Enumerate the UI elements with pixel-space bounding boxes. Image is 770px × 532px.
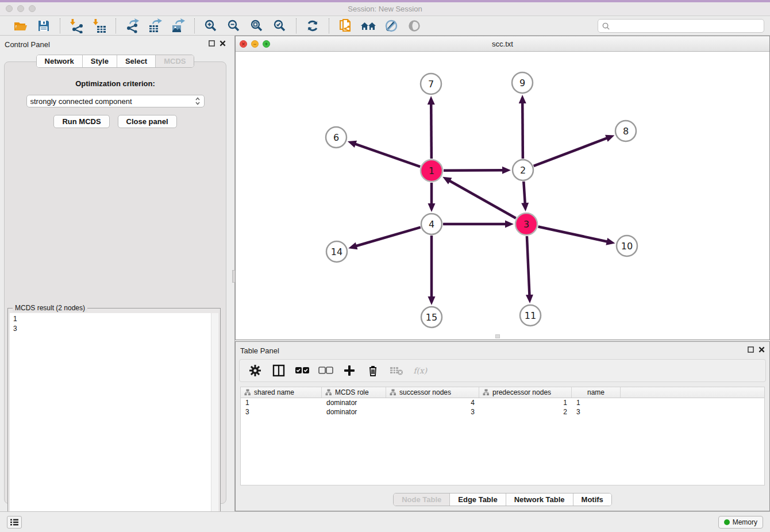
search-input[interactable] xyxy=(613,22,764,30)
svg-text:3: 3 xyxy=(523,219,529,230)
table-cell[interactable]: 3 xyxy=(572,407,621,417)
close-panel-button[interactable]: Close panel xyxy=(118,115,177,128)
table-cell[interactable]: 3 xyxy=(241,407,322,417)
svg-text:14: 14 xyxy=(331,246,342,257)
export-table-icon[interactable] xyxy=(147,18,163,33)
main-toolbar xyxy=(0,16,770,36)
add-column-icon[interactable] xyxy=(342,363,357,378)
control-panel: Control Panel Network Style Select MCDS xyxy=(0,36,230,511)
export-image-icon[interactable] xyxy=(170,18,186,33)
deselect-all-columns-icon[interactable] xyxy=(318,363,333,378)
float-table-panel-icon[interactable] xyxy=(748,346,754,353)
application-window: Session: New Session xyxy=(0,0,770,532)
network-canvas-svg: 7968124314101511 xyxy=(236,52,769,340)
tab-network[interactable]: Network xyxy=(37,55,83,67)
svg-text:1: 1 xyxy=(429,165,434,176)
network-window-titlebar[interactable]: ✕ − + scc.txt xyxy=(236,36,769,52)
column-header-successor-nodes[interactable]: successor nodes xyxy=(386,387,479,398)
run-mcds-button[interactable]: Run MCDS xyxy=(53,115,109,128)
mcds-result-text[interactable]: 1 3 xyxy=(10,313,218,525)
svg-text:4: 4 xyxy=(429,219,434,230)
show-hide-icon[interactable] xyxy=(406,18,422,33)
network-canvas[interactable]: 7968124314101511 xyxy=(236,52,769,340)
float-panel-icon[interactable] xyxy=(209,40,215,47)
table-cell[interactable]: 1 xyxy=(479,398,572,407)
first-neighbors-icon[interactable] xyxy=(360,18,376,33)
table-panel-title: Table Panel xyxy=(240,346,279,355)
search-box[interactable] xyxy=(598,19,764,33)
split-columns-icon[interactable] xyxy=(271,363,286,378)
zoom-fit-icon[interactable] xyxy=(249,18,265,33)
table-panel: Table Panel xyxy=(235,341,770,511)
column-namespace-icon xyxy=(244,389,251,396)
tab-motifs[interactable]: Motifs xyxy=(573,494,611,506)
column-header-predecessor-nodes[interactable]: predecessor nodes xyxy=(479,387,572,398)
criterion-selected-value: strongly connected component xyxy=(30,97,195,106)
tab-node-table[interactable]: Node Table xyxy=(394,494,450,506)
canvas-resize-grip[interactable] xyxy=(495,334,500,338)
table-cell[interactable]: 4 xyxy=(386,398,479,407)
status-bar: Memory xyxy=(0,511,770,532)
function-builder-icon[interactable]: f(x) xyxy=(413,363,428,378)
window-accent-strip xyxy=(0,0,770,2)
table-cell[interactable]: 2 xyxy=(479,407,572,417)
network-window-title: scc.txt xyxy=(236,40,769,48)
zoom-selected-icon[interactable] xyxy=(272,18,288,33)
tab-edge-table[interactable]: Edge Table xyxy=(450,494,506,506)
mcds-result-title: MCDS result (2 nodes) xyxy=(13,304,87,312)
column-header-MCDS-role[interactable]: MCDS role xyxy=(322,387,386,398)
list-icon xyxy=(10,518,19,526)
import-table-icon[interactable] xyxy=(91,18,107,33)
export-network-icon[interactable] xyxy=(124,18,140,33)
close-panel-icon[interactable] xyxy=(220,40,226,47)
mcds-tab-panel: Optimization criterion: strongly connect… xyxy=(4,61,226,504)
column-header-shared-name[interactable]: shared name xyxy=(241,387,322,398)
gear-icon[interactable] xyxy=(248,363,263,378)
clone-network-icon[interactable] xyxy=(337,18,353,33)
svg-text:6: 6 xyxy=(333,132,339,143)
table-row[interactable]: 3dominator323 xyxy=(241,407,764,417)
memory-label: Memory xyxy=(733,518,757,526)
search-icon xyxy=(602,22,610,30)
control-panel-title: Control Panel xyxy=(5,40,50,49)
svg-text:8: 8 xyxy=(623,126,629,137)
column-namespace-icon xyxy=(325,389,332,396)
zoom-out-icon[interactable] xyxy=(226,18,242,33)
zoom-in-icon[interactable] xyxy=(203,18,219,33)
svg-text:9: 9 xyxy=(519,78,525,88)
criterion-select[interactable]: strongly connected component xyxy=(26,95,205,107)
delete-column-icon[interactable] xyxy=(365,363,380,378)
select-chevrons-icon xyxy=(195,97,201,105)
table-row[interactable]: 1dominator411 xyxy=(241,398,764,407)
memory-button[interactable]: Memory xyxy=(718,516,763,529)
table-cell[interactable]: 3 xyxy=(386,407,479,417)
tab-select[interactable]: Select xyxy=(117,55,156,67)
table-cell[interactable]: 1 xyxy=(572,398,621,407)
delete-table-icon[interactable] xyxy=(389,363,404,378)
column-namespace-icon xyxy=(390,389,396,396)
hide-graphics-icon[interactable] xyxy=(383,18,399,33)
import-network-icon[interactable] xyxy=(68,18,84,33)
svg-text:7: 7 xyxy=(428,79,434,90)
table-header-row: shared nameMCDS rolesuccessor nodesprede… xyxy=(241,387,764,398)
close-table-panel-icon[interactable] xyxy=(759,346,765,353)
title-bar: Session: New Session xyxy=(0,0,770,16)
table-cell[interactable]: 1 xyxy=(241,398,322,407)
result-scrollbar[interactable] xyxy=(211,313,218,525)
tab-mcds[interactable]: MCDS xyxy=(156,55,194,67)
save-session-icon[interactable] xyxy=(36,18,52,33)
select-all-columns-icon[interactable] xyxy=(295,363,310,378)
table-cell[interactable]: dominator xyxy=(322,398,386,407)
svg-text:15: 15 xyxy=(426,312,437,323)
open-session-icon[interactable] xyxy=(13,18,29,33)
svg-text:f(x): f(x) xyxy=(414,366,428,375)
svg-text:11: 11 xyxy=(525,310,536,321)
tab-network-table[interactable]: Network Table xyxy=(506,494,573,506)
apply-layout-icon[interactable] xyxy=(305,18,321,33)
main-area: Control Panel Network Style Select MCDS xyxy=(0,36,770,511)
table-cell[interactable]: dominator xyxy=(322,407,386,417)
task-history-button[interactable] xyxy=(7,516,22,529)
tab-style[interactable]: Style xyxy=(83,55,117,67)
table-panel-tabs: Node Table Edge Table Network Table Moti… xyxy=(236,493,769,506)
column-header-name[interactable]: name xyxy=(572,387,621,398)
